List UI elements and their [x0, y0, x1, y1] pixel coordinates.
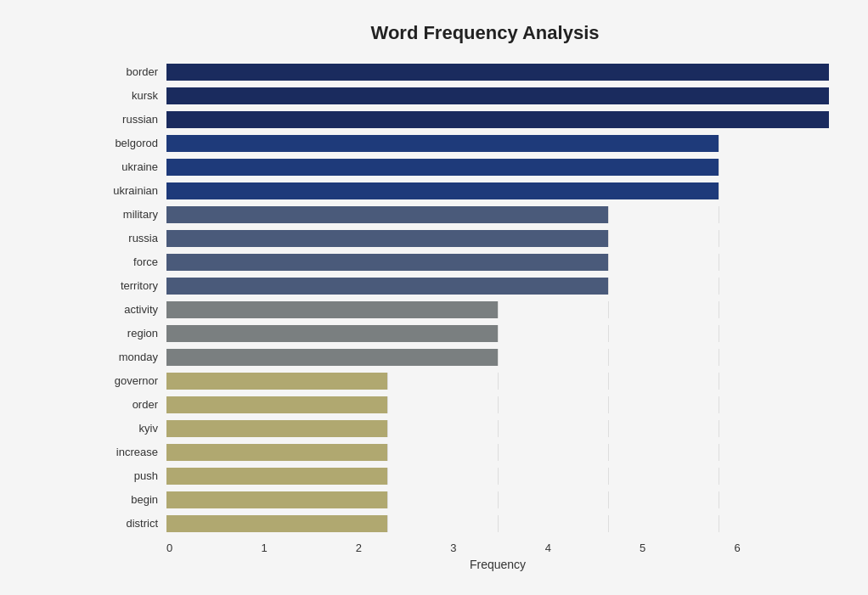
bar-wrapper: [166, 491, 829, 508]
bar: [166, 515, 387, 532]
bar: [166, 278, 608, 295]
bar-row: russian: [90, 109, 829, 131]
chart-title: Word Frequency Analysis: [90, 22, 829, 44]
bar: [166, 373, 387, 390]
bar-wrapper: [166, 182, 829, 199]
x-tick: 5: [640, 542, 734, 554]
bar-label: increase: [90, 446, 166, 458]
bar-row: activity: [90, 299, 829, 321]
bar-wrapper: [166, 444, 829, 461]
bar: [166, 182, 719, 199]
x-tick: 1: [261, 542, 355, 554]
x-axis-label: Frequency: [90, 558, 829, 571]
bar: [166, 444, 387, 461]
bar-wrapper: [166, 301, 829, 318]
x-tick: 2: [356, 542, 450, 554]
bar-label: ukraine: [90, 160, 166, 173]
bar-row: begin: [90, 489, 829, 511]
bar: [166, 230, 608, 247]
bar-row: kursk: [90, 85, 829, 107]
bar-row: order: [90, 394, 829, 416]
bar-row: military: [90, 204, 829, 226]
x-tick: 4: [545, 542, 640, 554]
bar: [166, 111, 829, 128]
bar-label: force: [90, 255, 166, 268]
bar-label: military: [90, 208, 166, 221]
bar-label: kyiv: [90, 422, 166, 435]
bar-row: border: [90, 61, 829, 83]
bar: [166, 135, 719, 152]
bar-row: district: [90, 513, 829, 535]
bar-row: belgorod: [90, 132, 829, 154]
bar-wrapper: [166, 87, 829, 104]
bar-wrapper: [166, 111, 829, 128]
bar: [166, 254, 608, 271]
bar-label: push: [90, 469, 166, 482]
bar-label: monday: [90, 351, 166, 363]
bar-label: governor: [90, 374, 166, 387]
bar: [166, 491, 387, 508]
bar-label: russian: [90, 113, 166, 126]
bar-wrapper: [166, 468, 829, 485]
bar-row: increase: [90, 441, 829, 463]
bar-label: region: [90, 327, 166, 340]
bar: [166, 301, 498, 318]
bar-wrapper: [166, 325, 829, 342]
bar-wrapper: [166, 420, 829, 437]
bar: [166, 349, 498, 366]
bar-row: region: [90, 323, 829, 345]
bar-label: russia: [90, 232, 166, 244]
bar: [166, 159, 719, 176]
bar-wrapper: [166, 373, 829, 390]
bar-label: district: [90, 517, 166, 530]
bar-row: monday: [90, 346, 829, 368]
bar-wrapper: [166, 515, 829, 532]
bar-wrapper: [166, 64, 829, 81]
bar-row: kyiv: [90, 418, 829, 440]
bar-row: ukraine: [90, 156, 829, 178]
bar-label: kursk: [90, 89, 166, 102]
bar-wrapper: [166, 254, 829, 271]
bar: [166, 206, 608, 223]
bar-wrapper: [166, 278, 829, 295]
bar-label: activity: [90, 303, 166, 316]
bar-wrapper: [166, 349, 829, 366]
bar: [166, 468, 387, 485]
bar-wrapper: [166, 159, 829, 176]
bar-row: ukrainian: [90, 180, 829, 202]
bar-row: force: [90, 251, 829, 273]
bar-wrapper: [166, 230, 829, 247]
bar-row: territory: [90, 275, 829, 297]
bar: [166, 420, 387, 437]
bar-wrapper: [166, 135, 829, 152]
bar: [166, 396, 387, 413]
bar-wrapper: [166, 206, 829, 223]
bar-label: order: [90, 398, 166, 411]
x-tick: 0: [166, 542, 261, 554]
bar: [166, 325, 498, 342]
bar-label: border: [90, 65, 166, 78]
bar-label: ukrainian: [90, 184, 166, 197]
bar-label: belgorod: [90, 137, 166, 149]
bar-row: russia: [90, 227, 829, 250]
bar: [166, 64, 829, 81]
bar-wrapper: [166, 396, 829, 413]
x-axis: 0123456: [90, 542, 829, 554]
bar: [166, 87, 829, 104]
x-tick: 3: [450, 542, 544, 554]
x-tick: 6: [735, 542, 829, 554]
bar-label: territory: [90, 279, 166, 292]
bar-row: governor: [90, 370, 829, 392]
bar-row: push: [90, 465, 829, 487]
bar-label: begin: [90, 493, 166, 506]
chart-container: Word Frequency Analysis borderkurskrussi…: [5, 5, 863, 591]
